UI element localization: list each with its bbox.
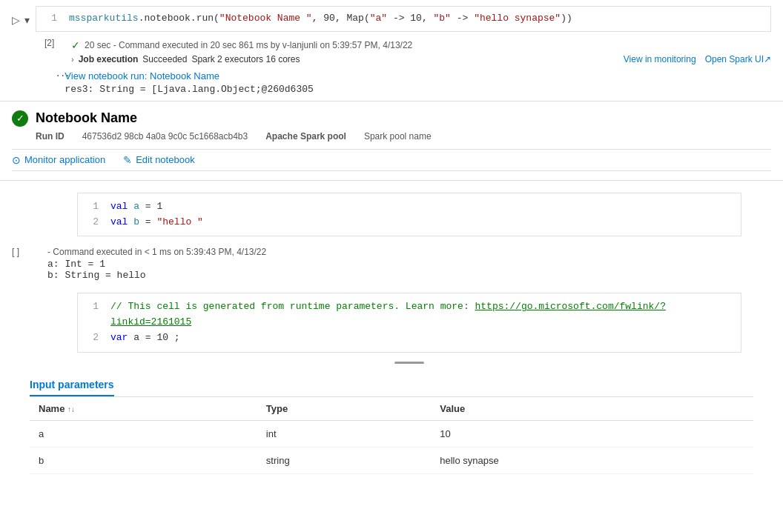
col-value-header: Value: [431, 397, 753, 421]
input-params-section: Input parameters Name ↑↓ Type Value aint…: [30, 379, 753, 474]
params-title: Input parameters: [30, 379, 114, 396]
cell2-code-line-2: var a = 10 ;: [110, 330, 180, 346]
pool-value: Spark pool name: [364, 131, 432, 142]
code-cell-2: 1 // This cell is generated from runtime…: [77, 293, 741, 352]
collapse-button[interactable]: ▾: [24, 14, 30, 26]
table-row: bstringhello synapse: [30, 447, 753, 473]
view-monitoring-link[interactable]: View in monitoring: [624, 54, 696, 64]
line-num-2: 2: [87, 215, 99, 230]
params-table: Name ↑↓ Type Value aint10bstringhello sy…: [30, 397, 753, 474]
col-type-header: Type: [257, 397, 431, 421]
job-label: Job execution: [79, 54, 139, 64]
check-icon: ✓: [71, 39, 80, 51]
success-circle-icon: ✓: [12, 110, 28, 127]
line-num-1: 1: [87, 199, 99, 215]
monitor-label: Monitor application: [24, 154, 105, 165]
job-chevron-icon[interactable]: ›: [71, 55, 74, 64]
monitor-icon: ⊙: [12, 154, 21, 166]
scrollbar[interactable]: [394, 362, 424, 364]
table-row: aint10: [30, 420, 753, 447]
result-output: res3: String = [Ljava.lang.Object;@260d6…: [65, 84, 313, 95]
more-options-button[interactable]: ···: [56, 69, 70, 82]
view-notebook-run-link[interactable]: View notebook run: Notebook Name: [65, 69, 313, 83]
cell2-code-line-1: // This cell is generated from runtime p…: [110, 299, 732, 330]
run-id-label: Run ID: [36, 131, 65, 142]
job-status: Succeeded: [142, 54, 187, 64]
monitor-application-link[interactable]: ⊙ Monitor application: [12, 154, 105, 166]
spark-info: Spark 2 executors 16 cores: [191, 54, 300, 64]
run-id-value: 467536d2 98cb 4a0a 9c0c 5c1668acb4b3: [82, 131, 248, 142]
cell2-comment: // This cell is generated from runtime p…: [110, 301, 475, 312]
execution-time: 20 sec - Command executed in 20 sec 861 …: [85, 40, 412, 50]
cell-value: hello synapse: [431, 447, 753, 473]
cell-bracket-1: [ ]: [12, 245, 42, 257]
top-code-block: 1 mssparkutils.notebook.run("Notebook Na…: [36, 6, 771, 32]
code-content: mssparkutils.notebook.run("Notebook Name…: [69, 11, 572, 27]
success-check: ✓: [16, 113, 24, 124]
notebook-code-area: 1 val a = 1 2 val b = "hello " [ ] - Com…: [0, 193, 783, 367]
cell-number: [2]: [44, 38, 65, 48]
edit-label: Edit notebook: [136, 154, 195, 165]
cell-name: b: [30, 447, 257, 473]
cell-type: string: [257, 447, 431, 473]
line-number: 1: [45, 11, 57, 27]
notebook-title: Notebook Name: [36, 110, 137, 126]
action-links-row: ⊙ Monitor application ✎ Edit notebook: [12, 149, 771, 171]
code-line-2: val b = "hello ": [110, 215, 203, 230]
notebook-section: ✓ Notebook Name Run ID 467536d2 98cb 4a0…: [0, 102, 783, 181]
open-spark-ui-link[interactable]: Open Spark UI↗: [705, 54, 771, 64]
sort-icon[interactable]: ↑↓: [67, 405, 75, 413]
edit-notebook-link[interactable]: ✎ Edit notebook: [123, 154, 195, 166]
cell1-output-b: b: String = hello: [47, 270, 266, 281]
col-name-header: Name ↑↓: [30, 397, 257, 421]
cell1-output-a: a: Int = 1: [47, 259, 266, 270]
pool-label: Apache Spark pool: [265, 131, 346, 142]
edit-icon: ✎: [123, 154, 132, 166]
top-cell: ▷ ▾ 1 mssparkutils.notebook.run("Noteboo…: [0, 0, 783, 102]
cell-type: int: [257, 420, 431, 447]
cell2-line-num-2: 2: [87, 330, 99, 346]
code-cell-1: 1 val a = 1 2 val b = "hello ": [77, 193, 741, 237]
cell1-output-time: - Command executed in < 1 ms on 5:39:43 …: [47, 245, 266, 259]
code-line-1: val a = 1: [110, 199, 162, 215]
cell-value: 10: [431, 420, 753, 447]
run-button[interactable]: ▷: [12, 14, 20, 26]
cell-name: a: [30, 420, 257, 447]
cell2-line-num-1: 1: [87, 299, 99, 330]
